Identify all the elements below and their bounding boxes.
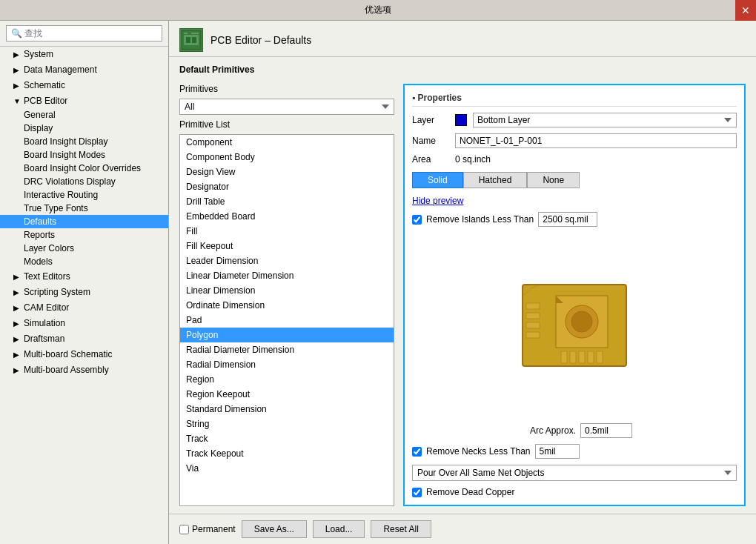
sidebar-item-drc-violations[interactable]: DRC Violations Display bbox=[0, 175, 168, 188]
primitive-item[interactable]: Fill Keepout bbox=[180, 239, 394, 253]
save-as-button[interactable]: Save As... bbox=[242, 520, 307, 538]
expander-scripting-system: ▶ bbox=[13, 288, 22, 296]
primitive-item[interactable]: Region bbox=[180, 372, 394, 387]
tree-section-schematic: ▶Schematic bbox=[0, 78, 168, 93]
remove-necks-input[interactable] bbox=[535, 444, 580, 459]
svg-rect-3 bbox=[192, 37, 196, 43]
sidebar-item-general[interactable]: General bbox=[0, 108, 168, 122]
sidebar-item-display[interactable]: Display bbox=[0, 122, 168, 135]
content-body: Default Primitives Primitives All Compon… bbox=[169, 57, 756, 514]
pour-over-row: Pour Over All Same Net Objects Pour Over… bbox=[412, 465, 737, 481]
fill-solid-button[interactable]: Solid bbox=[412, 172, 463, 188]
svg-point-9 bbox=[571, 311, 592, 332]
primitive-item[interactable]: Radial Diameter Dimension bbox=[180, 342, 394, 357]
search-input[interactable] bbox=[6, 25, 162, 42]
expander-system: ▶ bbox=[13, 50, 22, 59]
expander-data-management: ▶ bbox=[13, 66, 22, 74]
primitives-section: Primitives All Component Routing Primiti… bbox=[179, 84, 746, 506]
remove-dead-copper-label: Remove Dead Copper bbox=[426, 487, 514, 497]
primitive-item[interactable]: Pad bbox=[180, 313, 394, 328]
sidebar-item-multi-board-schematic[interactable]: ▶Multi-board Schematic bbox=[0, 347, 168, 362]
permanent-check: Permanent bbox=[179, 524, 236, 534]
primitive-item[interactable]: String bbox=[180, 417, 394, 431]
expander-cam-editor: ▶ bbox=[13, 304, 22, 312]
svg-rect-16 bbox=[579, 351, 585, 363]
sidebar-item-board-insight-display[interactable]: Board Insight Display bbox=[0, 135, 168, 148]
expander-schematic: ▶ bbox=[13, 82, 22, 90]
sidebar-item-true-type-fonts[interactable]: True Type Fonts bbox=[0, 202, 168, 215]
primitive-item[interactable]: Component bbox=[180, 135, 394, 150]
layer-dropdown[interactable]: Bottom Layer Top Layer Mid Layer 1 bbox=[473, 113, 737, 127]
primitive-item[interactable]: Embedded Board bbox=[180, 209, 394, 224]
close-button[interactable]: ✕ bbox=[735, 0, 756, 21]
sidebar-item-data-management[interactable]: ▶Data Management bbox=[0, 62, 168, 77]
primitive-item[interactable]: Polygon bbox=[180, 328, 394, 342]
bottom-actions: Permanent Save As... Load... Reset All bbox=[169, 514, 756, 544]
tree-section-system: ▶System bbox=[0, 47, 168, 62]
primitive-item[interactable]: Designator bbox=[180, 179, 394, 194]
load-button[interactable]: Load... bbox=[313, 520, 365, 538]
section-header: Default Primitives bbox=[179, 64, 746, 75]
primitive-item[interactable]: Design View bbox=[180, 165, 394, 179]
svg-rect-15 bbox=[570, 351, 576, 363]
fill-buttons: Solid Hatched None bbox=[412, 172, 737, 188]
remove-necks-checkbox[interactable] bbox=[412, 447, 422, 457]
primitive-item[interactable]: Linear Dimension bbox=[180, 283, 394, 298]
svg-rect-13 bbox=[526, 332, 540, 338]
tree-section-multi-board-schematic: ▶Multi-board Schematic bbox=[0, 347, 168, 362]
sidebar-item-board-insight-modes[interactable]: Board Insight Modes bbox=[0, 148, 168, 162]
primitive-item[interactable]: Component Body bbox=[180, 150, 394, 165]
tree-section-draftsman: ▶Draftsman bbox=[0, 331, 168, 346]
sidebar-item-scripting-system[interactable]: ▶Scripting System bbox=[0, 285, 168, 299]
name-row: Name bbox=[412, 133, 737, 148]
pour-over-dropdown[interactable]: Pour Over All Same Net Objects Pour Over… bbox=[412, 465, 737, 481]
sidebar-item-layer-colors[interactable]: Layer Colors bbox=[0, 242, 168, 255]
tree-section-multi-board-assembly: ▶Multi-board Assembly bbox=[0, 362, 168, 377]
sidebar-item-text-editors[interactable]: ▶Text Editors bbox=[0, 269, 168, 284]
properties-title: ▪ Properties bbox=[412, 93, 737, 107]
remove-islands-checkbox[interactable] bbox=[412, 215, 422, 225]
permanent-checkbox[interactable] bbox=[179, 525, 189, 534]
sidebar-item-multi-board-assembly[interactable]: ▶Multi-board Assembly bbox=[0, 362, 168, 377]
primitive-item[interactable]: Ordinate Dimension bbox=[180, 298, 394, 313]
tree-section-text-editors: ▶Text Editors bbox=[0, 269, 168, 284]
fill-none-button[interactable]: None bbox=[527, 172, 580, 188]
primitive-item[interactable]: Fill bbox=[180, 224, 394, 239]
primitives-dropdown[interactable]: All Component Routing bbox=[179, 99, 394, 115]
sidebar-item-pcb-editor[interactable]: ▼PCB Editor bbox=[0, 93, 168, 108]
svg-rect-14 bbox=[561, 351, 567, 363]
primitive-item[interactable]: Region Keepout bbox=[180, 387, 394, 402]
sidebar-item-interactive-routing[interactable]: Interactive Routing bbox=[0, 188, 168, 202]
sidebar-item-board-insight-color[interactable]: Board Insight Color Overrides bbox=[0, 162, 168, 175]
hide-preview-link[interactable]: Hide preview bbox=[412, 196, 737, 206]
sidebar-item-cam-editor[interactable]: ▶CAM Editor bbox=[0, 300, 168, 315]
fill-hatched-button[interactable]: Hatched bbox=[463, 172, 528, 188]
primitive-item[interactable]: Radial Dimension bbox=[180, 357, 394, 372]
remove-islands-input[interactable] bbox=[538, 212, 597, 227]
expander-text-editors: ▶ bbox=[13, 273, 22, 281]
arc-approx-input[interactable] bbox=[580, 423, 632, 438]
sidebar-item-defaults[interactable]: Defaults bbox=[0, 215, 168, 228]
area-row: Area 0 sq.inch bbox=[412, 154, 737, 165]
primitive-item[interactable]: Leader Dimension bbox=[180, 253, 394, 268]
expander-multi-board-assembly: ▶ bbox=[13, 366, 22, 374]
primitive-item[interactable]: Standard Dimension bbox=[180, 402, 394, 417]
primitive-item[interactable]: Via bbox=[180, 461, 394, 476]
primitive-item[interactable]: Track Keepout bbox=[180, 446, 394, 461]
sidebar-item-models[interactable]: Models bbox=[0, 255, 168, 268]
remove-dead-copper-checkbox[interactable] bbox=[412, 488, 422, 497]
primitive-item[interactable]: Linear Diameter Dimension bbox=[180, 268, 394, 283]
remove-islands-row: Remove Islands Less Than bbox=[412, 212, 737, 227]
expander-draftsman: ▶ bbox=[13, 335, 22, 343]
name-input[interactable] bbox=[455, 133, 737, 148]
primitive-item[interactable]: Track bbox=[180, 431, 394, 446]
remove-necks-row: Remove Necks Less Than bbox=[412, 444, 737, 459]
primitive-item[interactable]: Drill Table bbox=[180, 194, 394, 209]
sidebar-item-draftsman[interactable]: ▶Draftsman bbox=[0, 331, 168, 346]
reset-all-button[interactable]: Reset All bbox=[371, 520, 431, 538]
remove-islands-label: Remove Islands Less Than bbox=[426, 214, 534, 225]
sidebar-item-schematic[interactable]: ▶Schematic bbox=[0, 78, 168, 93]
sidebar-item-reports[interactable]: Reports bbox=[0, 228, 168, 242]
sidebar-item-simulation[interactable]: ▶Simulation bbox=[0, 316, 168, 331]
sidebar-item-system[interactable]: ▶System bbox=[0, 47, 168, 62]
